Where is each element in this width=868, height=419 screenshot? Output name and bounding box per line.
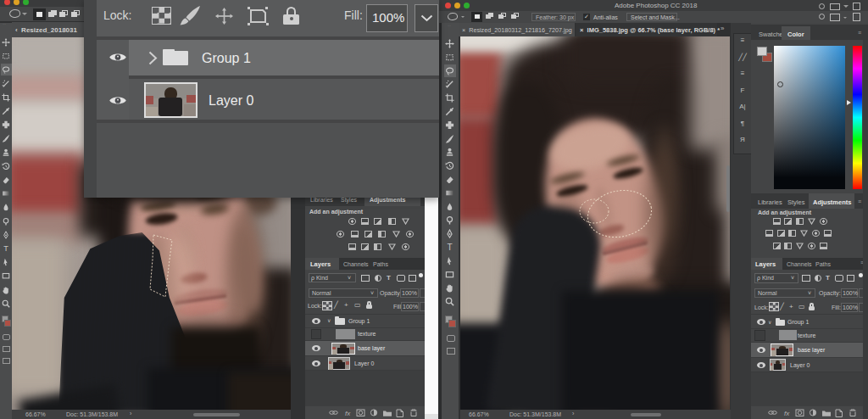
svg-text:T: T (447, 243, 452, 252)
svg-text:fx: fx (345, 410, 351, 417)
svg-text:T: T (3, 244, 8, 253)
svg-text:fx: fx (784, 410, 790, 417)
